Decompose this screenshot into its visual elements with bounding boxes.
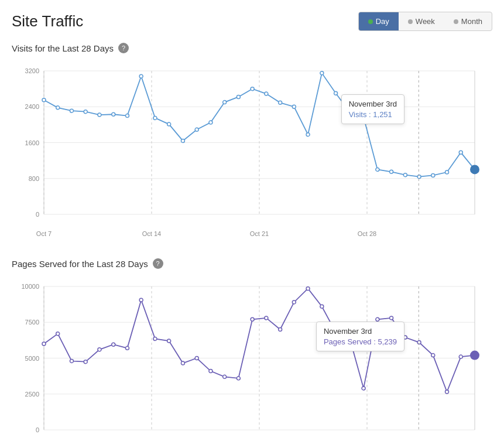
week-label: Week: [416, 17, 435, 26]
day-button[interactable]: Day: [359, 12, 399, 30]
page-title: Site Traffic: [12, 12, 83, 30]
pages-chart-wrapper: November 3rd Pages Served : 5,239: [12, 275, 492, 434]
visits-help-icon[interactable]: ?: [118, 43, 129, 53]
week-dot: [408, 19, 413, 24]
pages-section-title: Pages Served for the Last 28 Days ?: [12, 258, 492, 269]
pages-chart-section: Pages Served for the Last 28 Days ? Nove…: [12, 258, 492, 434]
visits-chart-wrapper: November 3rd Visits : 1,251: [12, 59, 492, 241]
month-label: Month: [461, 17, 482, 26]
visits-chart-section: Visits for the Last 28 Days ? November 3…: [12, 43, 492, 241]
page-header: Site Traffic Day Week Month: [12, 12, 492, 31]
period-toggle: Day Week Month: [358, 12, 492, 31]
day-dot: [368, 19, 373, 24]
visits-canvas[interactable]: [12, 59, 492, 241]
week-button[interactable]: Week: [399, 12, 444, 30]
month-dot: [454, 19, 458, 24]
pages-help-icon[interactable]: ?: [153, 258, 163, 269]
day-label: Day: [376, 17, 389, 26]
month-button[interactable]: Month: [444, 12, 492, 30]
visits-section-title: Visits for the Last 28 Days ?: [12, 43, 492, 53]
pages-canvas[interactable]: [12, 275, 492, 434]
